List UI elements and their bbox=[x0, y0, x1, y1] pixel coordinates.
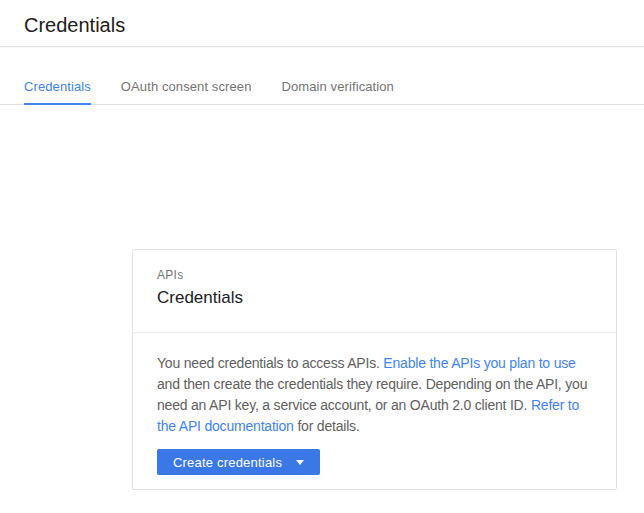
create-credentials-button[interactable]: Create credentials bbox=[157, 449, 320, 475]
tab-credentials[interactable]: Credentials bbox=[24, 80, 91, 105]
create-credentials-button-label: Create credentials bbox=[173, 455, 282, 470]
content-area: APIs Credentials You need credentials to… bbox=[0, 105, 644, 490]
tab-bar: Credentials OAuth consent screen Domain … bbox=[0, 47, 644, 105]
credentials-card: APIs Credentials You need credentials to… bbox=[132, 249, 617, 490]
description-text-2: and then create the credentials they req… bbox=[157, 376, 587, 413]
tab-domain-verification[interactable]: Domain verification bbox=[282, 80, 394, 104]
dropdown-caret-icon bbox=[296, 460, 304, 465]
description-text-3: for details. bbox=[294, 418, 360, 434]
page-title: Credentials bbox=[24, 12, 620, 38]
card-heading: Credentials bbox=[157, 287, 592, 309]
tab-oauth-consent-screen[interactable]: OAuth consent screen bbox=[121, 80, 252, 104]
card-eyebrow: APIs bbox=[157, 268, 592, 282]
card-description: You need credentials to access APIs. Ena… bbox=[157, 353, 597, 437]
description-text-1: You need credentials to access APIs. bbox=[157, 355, 383, 371]
enable-apis-link[interactable]: Enable the APIs you plan to use bbox=[383, 355, 575, 371]
card-body: You need credentials to access APIs. Ena… bbox=[133, 333, 616, 489]
page-header: Credentials bbox=[0, 0, 644, 47]
card-header: APIs Credentials bbox=[133, 250, 616, 332]
